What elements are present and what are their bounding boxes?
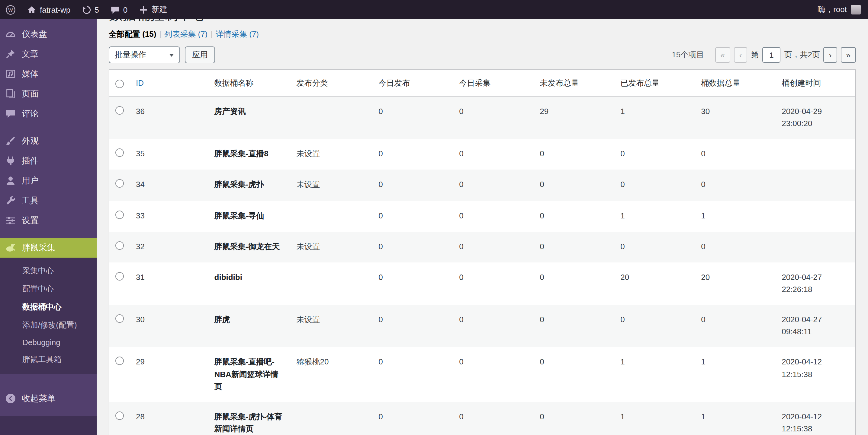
- page-suffix-label: 页，共2页: [784, 49, 820, 60]
- cell-category: 未设置: [290, 170, 372, 201]
- row-checkbox[interactable]: [115, 179, 124, 188]
- row-checkbox[interactable]: [115, 411, 124, 420]
- filter-link[interactable]: 详情采集 (7): [216, 30, 259, 39]
- settings-icon: [5, 215, 16, 226]
- prev-page-button[interactable]: ‹: [734, 47, 747, 63]
- sidebar-item-1[interactable]: 文章: [0, 44, 97, 64]
- page-prefix-label: 第: [751, 49, 759, 60]
- row-checkbox[interactable]: [115, 149, 124, 157]
- account-menu[interactable]: 嗨，root: [810, 4, 868, 15]
- sidebar-item-label: 仪表盘: [22, 29, 47, 39]
- plus-icon: [138, 4, 149, 15]
- filter-separator: |: [159, 30, 161, 39]
- cell-today_collect: 0: [453, 305, 534, 347]
- row-checkbox[interactable]: [115, 106, 124, 114]
- cell-unpublished_total: 0: [534, 139, 614, 170]
- sidebar-item-2[interactable]: 媒体: [0, 64, 97, 84]
- column-header-id-sort[interactable]: ID: [136, 78, 144, 88]
- comments-menu[interactable]: 0: [104, 0, 133, 19]
- submenu-item[interactable]: Debugging: [0, 334, 97, 350]
- submenu-item[interactable]: 胖鼠工具箱: [0, 350, 97, 369]
- sidebar-item-label: 文章: [22, 48, 39, 60]
- sidebar-item-label: 插件: [22, 155, 39, 166]
- last-page-button[interactable]: »: [841, 47, 856, 63]
- row-checkbox[interactable]: [115, 357, 124, 365]
- cell-created_at: 2020-04-29 23:00:20: [776, 96, 856, 139]
- cell-published_total: 0: [614, 139, 695, 170]
- cell-today_publish: 0: [372, 231, 453, 262]
- cell-published_total: 0: [614, 231, 695, 262]
- sidebar-item-label: 外观: [22, 135, 39, 146]
- cell-id: 36: [130, 96, 208, 139]
- cell-created_at: 2020-04-12 12:15:38: [776, 347, 856, 402]
- cell-today_collect: 0: [453, 170, 534, 201]
- sidebar-item-0[interactable]: 仪表盘: [0, 24, 97, 44]
- sidebar-item-fatrat[interactable]: 胖鼠采集: [0, 238, 97, 258]
- cell-name: 胖鼠采集-直播吧-NBA新闻篮球详情页: [208, 347, 290, 402]
- first-page-button[interactable]: «: [715, 47, 730, 63]
- cell-created_at: [776, 139, 856, 170]
- collapse-icon: [5, 393, 16, 404]
- cell-bucket_total: 0: [695, 170, 776, 201]
- chevron-down-icon: [169, 54, 174, 57]
- filter-link[interactable]: 列表采集 (7): [164, 30, 208, 39]
- collapse-menu-button[interactable]: 收起菜单: [0, 389, 97, 408]
- table-row: 34胖鼠采集-虎扑未设置00000: [109, 170, 856, 201]
- posts-icon: [5, 48, 16, 60]
- table-row: 31dibidibi00020202020-04-27 22:26:18: [109, 263, 856, 305]
- cell-today_collect: 0: [453, 263, 534, 305]
- sidebar-item-4[interactable]: 评论: [0, 104, 97, 124]
- sidebar-item-6[interactable]: 插件: [0, 151, 97, 171]
- site-menu[interactable]: fatrat-wp: [21, 0, 76, 19]
- sidebar-item-3[interactable]: 页面: [0, 84, 97, 104]
- bulk-action-select[interactable]: 批量操作: [109, 46, 180, 63]
- cell-today_publish: 0: [372, 305, 453, 347]
- current-page-input[interactable]: [762, 47, 780, 63]
- cell-id: 34: [130, 170, 208, 201]
- users-icon: [5, 175, 16, 187]
- submenu-item[interactable]: 添加/修改(配置): [0, 316, 97, 334]
- table-row: 36房产资讯00291302020-04-29 23:00:20: [109, 96, 856, 139]
- cell-id: 30: [130, 305, 208, 347]
- sidebar-item-8[interactable]: 工具: [0, 191, 97, 210]
- cell-unpublished_total: 0: [534, 402, 614, 435]
- cell-id: 28: [130, 402, 208, 435]
- sidebar-menu: 仪表盘文章媒体页面评论外观插件用户工具设置胖鼠采集采集中心配置中心数据桶中心添加…: [0, 24, 97, 374]
- filter-link[interactable]: 全部配置 (15): [109, 30, 156, 39]
- sidebar-item-9[interactable]: 设置: [0, 210, 97, 231]
- row-checkbox[interactable]: [115, 210, 124, 219]
- wordpress-admin-screen: W fatrat-wp 5 0 新建 嗨，root 仪表盘文章媒体页面评论外观插…: [0, 0, 868, 435]
- cell-name: 胖鼠采集-虎扑-体育新闻详情页: [208, 402, 290, 435]
- row-checkbox[interactable]: [115, 241, 124, 249]
- cell-unpublished_total: 29: [534, 96, 614, 139]
- row-checkbox[interactable]: [115, 272, 124, 280]
- cell-bucket_total: 30: [695, 96, 776, 139]
- cell-created_at: [776, 201, 856, 231]
- site-name: fatrat-wp: [40, 5, 70, 14]
- column-header: 已发布总量: [614, 70, 695, 96]
- submenu-item[interactable]: 配置中心: [0, 280, 97, 298]
- submenu-item[interactable]: 数据桶中心: [0, 298, 97, 316]
- cell-unpublished_total: 0: [534, 170, 614, 201]
- cell-today_publish: 0: [372, 170, 453, 201]
- updates-menu[interactable]: 5: [76, 0, 104, 19]
- sidebar-item-5[interactable]: 外观: [0, 131, 97, 151]
- select-all-checkbox[interactable]: [115, 80, 124, 88]
- fatrat-icon: [5, 242, 16, 254]
- table-row: 29胖鼠采集-直播吧-NBA新闻篮球详情页猕猴桃20000112020-04-1…: [109, 347, 856, 402]
- cell-created_at: 2020-04-27 09:48:11: [776, 305, 856, 347]
- cell-published_total: 0: [614, 170, 695, 201]
- apply-button[interactable]: 应用: [185, 46, 215, 63]
- cell-id: 35: [130, 139, 208, 170]
- sidebar-item-7[interactable]: 用户: [0, 171, 97, 191]
- new-content-menu[interactable]: 新建: [133, 0, 173, 19]
- next-page-button[interactable]: ›: [824, 47, 837, 63]
- table-row: 32胖鼠采集-御龙在天未设置00000: [109, 231, 856, 262]
- submenu-item[interactable]: 采集中心: [0, 262, 97, 280]
- cell-created_at: [776, 170, 856, 201]
- cell-today_collect: 0: [453, 96, 534, 139]
- wp-logo-menu[interactable]: W: [0, 0, 21, 19]
- row-checkbox[interactable]: [115, 314, 124, 323]
- column-header: 发布分类: [290, 70, 372, 96]
- cell-created_at: [776, 231, 856, 262]
